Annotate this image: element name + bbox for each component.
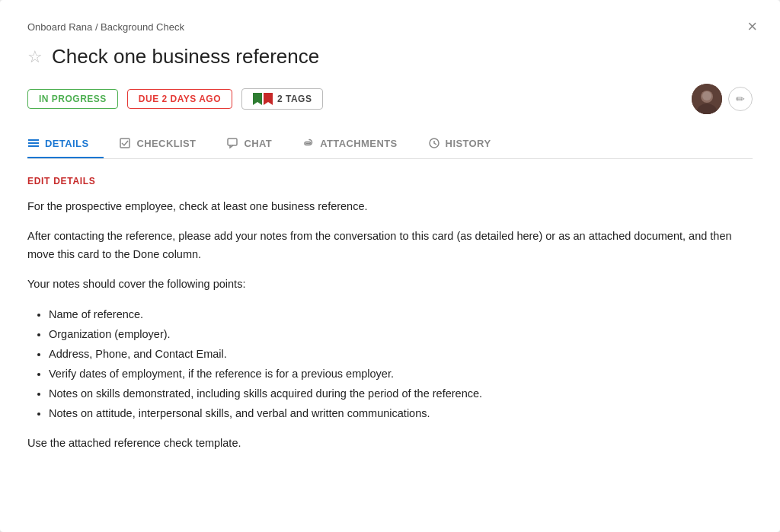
attachment-icon [302,137,315,149]
svg-rect-6 [28,145,39,147]
pencil-icon: ✏ [736,93,745,105]
list-item: Organization (employer). [49,324,753,344]
checklist-icon [119,137,131,149]
chat-icon [226,137,238,149]
list-item: Address, Phone, and Contact Email. [49,344,753,364]
tag-bookmark-green [253,93,262,105]
section-label: EDIT DETAILS [27,176,753,186]
tab-history[interactable]: HISTORY [428,129,507,158]
svg-rect-5 [28,142,39,144]
breadcrumb: Onboard Rana / Background Check [27,21,753,33]
paragraph-1: For the prospective employee, check at l… [27,197,753,216]
footer-text: Use the attached reference check templat… [27,434,753,453]
svg-rect-7 [120,139,129,148]
avatar-image [692,84,722,114]
tab-checklist-label: CHECKLIST [136,138,196,149]
details-icon [27,137,40,149]
edit-assignee-button[interactable]: ✏ [728,87,753,111]
bullet-list: Name of reference. Organization (employe… [49,304,753,424]
avatar [692,84,722,114]
list-item: Notes on attitude, interpersonal skills,… [49,403,753,423]
avatar-svg [692,84,722,114]
list-item: Notes on skills demonstrated, including … [49,384,753,403]
tabs-row: DETAILS CHECKLIST CHAT ATTACHMENTS HISTO… [27,129,753,159]
svg-point-3 [702,91,711,100]
tab-attachments-label: ATTACHMENTS [320,138,397,149]
svg-rect-8 [228,139,237,145]
tag-icons [253,93,273,105]
tab-details[interactable]: DETAILS [27,129,104,158]
badges-row: IN PROGRESS DUE 2 DAYS AGO 2 TAGS [27,84,753,114]
svg-rect-4 [28,139,39,141]
paragraph-3: Your notes should cover the following po… [27,275,753,294]
tag-bookmark-red [264,93,273,105]
tab-details-label: DETAILS [45,138,88,149]
status-badge[interactable]: IN PROGRESS [27,89,118,109]
tab-attachments[interactable]: ATTACHMENTS [302,129,412,158]
star-icon[interactable]: ☆ [27,47,43,67]
tab-chat[interactable]: CHAT [226,129,287,158]
page-title: Check one business reference [52,45,319,68]
tab-chat-label: CHAT [244,138,272,149]
due-badge[interactable]: DUE 2 DAYS AGO [127,89,232,109]
title-row: ☆ Check one business reference [27,45,753,68]
modal-container: × Onboard Rana / Background Check ☆ Chec… [0,0,780,532]
history-icon [428,137,440,149]
tab-checklist[interactable]: CHECKLIST [119,129,211,158]
tags-badge[interactable]: 2 TAGS [241,88,323,110]
close-button[interactable]: × [747,18,757,35]
list-item: Verify dates of employment, if the refer… [49,364,753,384]
content-area: EDIT DETAILS For the prospective employe… [27,176,753,453]
paragraph-2: After contacting the reference, please a… [27,227,753,264]
list-item: Name of reference. [49,304,753,324]
tab-history-label: HISTORY [446,138,491,149]
avatar-area: ✏ [692,84,753,114]
